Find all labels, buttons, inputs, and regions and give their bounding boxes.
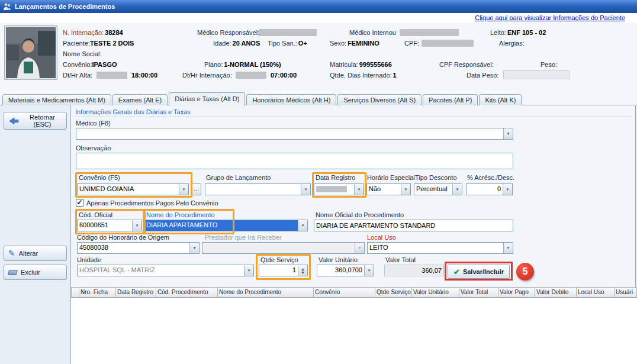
data-registro-label: Data Registro: [316, 174, 355, 181]
unidade-label: Unidade: [77, 256, 101, 263]
tab-kits[interactable]: Kits (Alt K): [479, 94, 522, 105]
grupo-label: Grupo de Lançamento: [206, 174, 271, 181]
alterar-label: Alterar: [19, 250, 38, 257]
field-idade: Idade:20 ANOS: [213, 40, 260, 47]
spinner-arrows-icon[interactable]: ▲▼: [298, 265, 307, 276]
field-sexo: Sexo:FEMININO: [330, 40, 379, 47]
local-uso-label: Local Uso: [367, 234, 396, 241]
grupo-combo[interactable]: ▾: [205, 183, 311, 195]
cod-oficial-label: Cód. Oficial: [79, 211, 112, 218]
tipo-desconto-combo[interactable]: Percentual ▾: [414, 183, 462, 195]
pencil-icon: ✎: [8, 250, 15, 256]
grid-col-valor-pago[interactable]: Valor Pago: [498, 287, 535, 298]
grid-col-cod-procedimento[interactable]: Cód. Procedimento: [156, 287, 218, 298]
chevron-down-icon[interactable]: ▾: [132, 220, 141, 231]
section-divider: [73, 117, 632, 117]
nome-procedimento-label: Nome do Procedimento: [146, 211, 215, 218]
cod-honorario-combo[interactable]: 45080038 ▾: [77, 242, 200, 254]
field-tipo-san: Tipo San.:O+: [268, 40, 307, 47]
step-badge: 5: [516, 263, 534, 281]
chevron-down-icon[interactable]: ▾: [364, 265, 374, 276]
field-leito: Leito:ENF 105 - 02: [490, 29, 546, 36]
apenas-pagos-checkbox[interactable]: ✓: [76, 199, 83, 207]
horario-especial-combo[interactable]: Não ▾: [366, 183, 411, 195]
excluir-label: Excluir: [21, 269, 40, 276]
chevron-down-icon[interactable]: ▾: [298, 220, 307, 231]
excluir-button[interactable]: Excluir: [4, 265, 67, 280]
nome-procedimento-combo[interactable]: DIARIA APARTAMENTO ▾: [144, 220, 308, 231]
observacao-input[interactable]: [76, 153, 513, 169]
grid-col-convenio[interactable]: Convênio: [314, 287, 375, 298]
browse-convenio-button[interactable]: ...: [191, 183, 201, 195]
field-qtde-dias: Qtde. Dias Internado:1: [330, 72, 397, 79]
field-cpf: CPF:: [404, 40, 419, 47]
chevron-down-icon[interactable]: ▾: [301, 184, 310, 195]
valor-unitario-combo[interactable]: 360,0700 ▾: [317, 265, 374, 276]
patient-photo: [5, 26, 57, 79]
data-registro-combo[interactable]: ▾: [314, 183, 364, 195]
tab-materiais[interactable]: Materiais e Medicamentos (Alt M): [2, 94, 111, 105]
grid-col-nome-procedimento[interactable]: Nome do Procedimento: [218, 287, 314, 298]
field-dthr-internacao-time: 07:00:00: [271, 72, 297, 79]
acresc-desc-label: % Acrésc./Desc.: [467, 174, 514, 181]
local-uso-combo[interactable]: LEITO ▾: [367, 242, 513, 254]
grid-col-qtde-servico[interactable]: Qtde Serviço: [375, 287, 412, 298]
salvar-incluir-button[interactable]: ✔ Salvar/Incluir: [448, 265, 510, 279]
nome-oficial-label: Nome Oficial do Procedimento: [316, 211, 404, 218]
chevron-down-icon[interactable]: ▾: [401, 184, 410, 195]
checkbox-check-icon: ✓: [76, 198, 82, 207]
tipo-desconto-label: Tipo Desconto: [415, 174, 457, 181]
observacao-label: Observação: [76, 144, 111, 152]
prestador-label: Prestador que Irá Receber: [205, 234, 282, 241]
salvar-incluir-label: Salvar/Incluir: [463, 268, 504, 275]
redacted-medico-internou: [400, 29, 459, 36]
tab-servicos[interactable]: Serviços Diversos (Alt S): [337, 94, 422, 105]
check-icon: ✔: [453, 268, 460, 276]
chevron-down-icon[interactable]: ▾: [452, 184, 462, 195]
prestador-combo: ▾: [202, 242, 365, 254]
qtde-servico-label: Qtde Serviço: [260, 256, 298, 263]
tab-strip: Materiais e Medicamentos (Alt M) Exames …: [2, 92, 523, 105]
tab-exames[interactable]: Exames (Alt E): [112, 94, 168, 105]
section-title: Informações Gerais das Diárias e Taxas: [75, 108, 191, 115]
nome-oficial-input[interactable]: [314, 220, 513, 231]
tab-honorarios[interactable]: Honorários Médicos (Alt H): [246, 94, 336, 105]
grid-col-nro-ficha[interactable]: Nro. Ficha: [79, 287, 116, 298]
grid-col-valor-unitario[interactable]: Valor Unitário: [412, 287, 459, 298]
chevron-down-icon[interactable]: ▾: [354, 184, 363, 195]
chevron-down-icon[interactable]: ▾: [503, 128, 513, 139]
field-convenio: Convênio:IPASGO: [63, 61, 117, 68]
retornar-button[interactable]: Retornar (ESC): [4, 112, 67, 130]
chevron-down-icon[interactable]: ▾: [503, 184, 512, 195]
chevron-down-icon: ▾: [355, 243, 364, 253]
valor-unitario-label: Valor Unitário: [318, 256, 358, 263]
app-icon: [3, 2, 11, 11]
acresc-desc-combo[interactable]: 0 ▾: [466, 183, 513, 195]
patient-info-link[interactable]: Clique aqui para visualizar Informações …: [475, 14, 625, 21]
grid-col-valor-debito[interactable]: Valor Debito: [535, 287, 577, 298]
chevron-down-icon[interactable]: ▾: [189, 243, 199, 253]
convenio-f5-label: Convênio (F5): [79, 174, 120, 181]
chevron-down-icon[interactable]: ▾: [179, 184, 188, 195]
retornar-label: Retornar (ESC): [22, 114, 62, 128]
chevron-down-icon[interactable]: ▾: [503, 243, 513, 253]
field-plano: Plano:1-NORMAL (150%): [204, 61, 281, 68]
medico-combo[interactable]: ▾: [76, 128, 513, 140]
cod-oficial-combo[interactable]: 60000651 ▾: [77, 220, 142, 231]
convenio-combo[interactable]: UNIMED GOIANIA ▾: [77, 183, 189, 195]
grid-body[interactable]: [71, 298, 637, 364]
back-arrow-icon: [8, 117, 19, 125]
tab-pacotes[interactable]: Pacotes (Alt P): [423, 94, 478, 105]
tab-diarias-taxas[interactable]: Diárias e Taxas (Alt D): [169, 92, 245, 106]
redacted-dthr-alta: [96, 72, 127, 79]
qtde-servico-spinner[interactable]: 1 ▲▼: [259, 265, 308, 276]
grid-col-data-registro[interactable]: Data Registro: [116, 287, 156, 298]
grid-col-local-uso[interactable]: Local Uso: [577, 287, 615, 298]
grid-col-usuario[interactable]: Usuári: [615, 287, 637, 298]
field-data-peso: Data Peso:: [467, 72, 498, 79]
field-n-internacao: N. Internação:38284: [63, 29, 123, 36]
grid-col-valor-total[interactable]: Valor Total: [459, 287, 498, 298]
field-cpf-responsavel: CPF Responsável:: [439, 61, 494, 68]
grid-col-indicator: [71, 287, 79, 298]
alterar-button[interactable]: ✎ Alterar: [4, 246, 67, 261]
